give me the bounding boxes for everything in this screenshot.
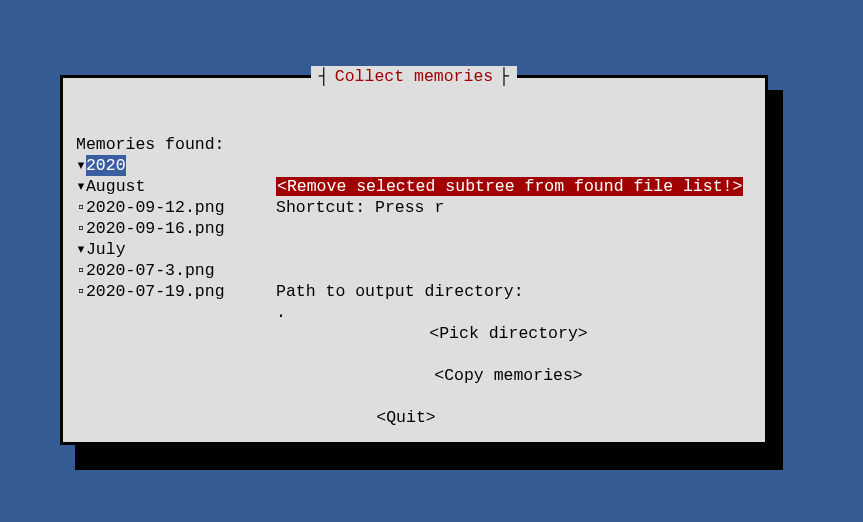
title-decoration: ┤ — [319, 67, 329, 86]
tree-file[interactable]: 2020-07-19.png — [86, 281, 225, 302]
bullet-icon: ▫ — [76, 218, 86, 239]
bullet-icon: ▫ — [76, 281, 86, 302]
bullet-icon: ▫ — [76, 260, 86, 281]
pick-directory-button[interactable]: <Pick directory> — [429, 324, 587, 343]
tree-month[interactable]: July — [86, 239, 126, 260]
output-dir-input[interactable]: . — [276, 303, 286, 322]
copy-memories-button[interactable]: <Copy memories> — [434, 366, 583, 385]
tree-month[interactable]: August — [86, 176, 145, 197]
tree-file[interactable]: 2020-09-16.png — [86, 218, 225, 239]
dialog-window: ┤Collect memories├ Memories found: ▾ 202… — [60, 75, 768, 445]
expand-icon[interactable]: ▾ — [76, 155, 86, 176]
bullet-icon: ▫ — [76, 197, 86, 218]
quit-button[interactable]: <Quit> — [376, 408, 435, 427]
shortcut-hint: Shortcut: Press r — [276, 198, 444, 217]
title-decoration: ├ — [499, 67, 509, 86]
expand-icon[interactable]: ▾ — [76, 239, 86, 260]
expand-icon[interactable]: ▾ — [76, 176, 86, 197]
tree-file[interactable]: 2020-07-3.png — [86, 260, 215, 281]
tree-file[interactable]: 2020-09-12.png — [86, 197, 225, 218]
remove-button[interactable]: <Remove selected subtree from found file… — [276, 177, 743, 196]
tree-root[interactable]: 2020 — [86, 155, 126, 176]
memories-found-label: Memories found: — [76, 134, 225, 155]
title-bar: ┤Collect memories├ — [63, 66, 765, 87]
dialog-title: Collect memories — [329, 67, 499, 86]
output-dir-label: Path to output directory: — [276, 282, 524, 301]
